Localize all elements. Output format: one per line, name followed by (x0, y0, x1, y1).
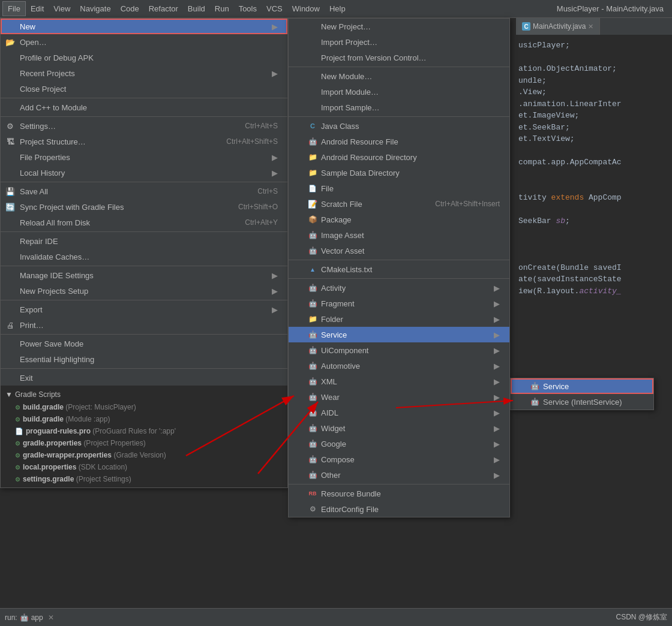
new-widget[interactable]: 🤖 Widget ▶ (289, 420, 509, 436)
android-resource-file[interactable]: 🤖 Android Resource File (289, 134, 509, 149)
menu-essential-highlighting[interactable]: Essential Highlighting (1, 351, 287, 367)
menu-refactor[interactable]: Refactor (144, 2, 183, 16)
new-xml[interactable]: 🤖 XML ▶ (289, 374, 509, 389)
menu-help[interactable]: Help (325, 2, 350, 16)
service-icon: 🤖 (308, 330, 317, 339)
code-line: onCreate(Bundle savedI (518, 262, 670, 274)
menu-sync-gradle[interactable]: 🔄 Sync Project with Gradle Files Ctrl+Sh… (1, 199, 287, 215)
android-resource-dir[interactable]: 📁 Android Resource Directory (289, 149, 509, 165)
activity-label: Activity (321, 284, 346, 293)
gradle-item-build-app[interactable]: ⚙ build.gradle (Module :app) (1, 413, 287, 425)
compose-icon: 🤖 (308, 455, 317, 464)
menu-repair-ide[interactable]: Repair IDE (1, 233, 287, 249)
new-module[interactable]: New Module… (289, 68, 509, 84)
menu-settings[interactable]: ⚙ Settings… Ctrl+Alt+S (1, 118, 287, 134)
menu-power-save[interactable]: Power Save Mode (1, 336, 287, 351)
compose-arrow: ▶ (494, 455, 500, 464)
resource-bundle[interactable]: RB Resource Bundle (289, 486, 509, 501)
new-fragment[interactable]: 🤖 Fragment ▶ (289, 296, 509, 311)
service-intentservice[interactable]: 🤖 Service (IntentService) (511, 394, 653, 410)
menu-open[interactable]: 📂 Open… (1, 34, 287, 50)
gradle-item-build-project[interactable]: ⚙ build.gradle (Project: MusicPlayer) (1, 401, 287, 413)
menu-local-history[interactable]: Local History ▶ (1, 165, 287, 180)
print-icon: 🖨 (5, 320, 15, 330)
separator-3 (1, 182, 287, 182)
service-option[interactable]: 🤖 Service (511, 378, 653, 394)
menu-close-project[interactable]: Close Project (1, 81, 287, 97)
gradle-item-settings[interactable]: ⚙ settings.gradle (Project Settings) (1, 473, 287, 485)
new-uicomponent[interactable]: 🤖 UiComponent ▶ (289, 342, 509, 358)
java-class[interactable]: C Java Class (289, 118, 509, 134)
new-package[interactable]: 📦 Package (289, 212, 509, 227)
tab-close-button[interactable]: ✕ (588, 23, 593, 31)
new-other[interactable]: 🤖 Other ▶ (289, 467, 509, 483)
menu-profile-debug[interactable]: Profile or Debug APK (1, 50, 287, 65)
vector-asset[interactable]: 🤖 Vector Asset (289, 243, 509, 258)
menu-reload-disk[interactable]: Reload All from Disk Ctrl+Alt+Y (1, 215, 287, 230)
new-google[interactable]: 🤖 Google ▶ (289, 436, 509, 452)
sync-icon: 🔄 (5, 202, 15, 212)
menu-navigate[interactable]: Navigate (75, 2, 115, 16)
sample-data-dir[interactable]: 📁 Sample Data Directory (289, 165, 509, 180)
menu-file[interactable]: File (2, 1, 26, 16)
import-module[interactable]: Import Module… (289, 84, 509, 100)
new-wear[interactable]: 🤖 Wear ▶ (289, 389, 509, 405)
new-project[interactable]: New Project… (289, 19, 509, 34)
manage-ide-label: Manage IDE Settings (20, 271, 272, 280)
code-line (518, 52, 670, 64)
image-asset[interactable]: 🤖 Image Asset (289, 227, 509, 243)
project-from-vcs-label: Project from Version Control… (321, 53, 427, 62)
menu-print[interactable]: 🖨 Print… (1, 317, 287, 333)
new-folder[interactable]: 📁 Folder ▶ (289, 311, 509, 327)
new-automotive[interactable]: 🤖 Automotive ▶ (289, 358, 509, 374)
menu-export[interactable]: Export ▶ (1, 302, 287, 317)
menu-save-all[interactable]: 💾 Save All Ctrl+S (1, 183, 287, 199)
menu-new[interactable]: New ▶ (1, 19, 287, 34)
menu-invalidate-caches[interactable]: Invalidate Caches… (1, 249, 287, 264)
new-aidl[interactable]: 🤖 AIDL ▶ (289, 405, 509, 420)
menu-recent-projects[interactable]: Recent Projects ▶ (1, 65, 287, 81)
settings-icon: ⚙ (5, 121, 15, 131)
new-file[interactable]: 📄 File (289, 180, 509, 196)
automotive-arrow: ▶ (494, 362, 500, 371)
scratch-file-label: Scratch File (321, 200, 362, 209)
cmake-lists[interactable]: ▲ CMakeLists.txt (289, 261, 509, 277)
gradle-item-gradle-props[interactable]: ⚙ gradle.properties (Project Properties) (1, 437, 287, 449)
app-label[interactable]: app (31, 613, 43, 622)
menu-file-properties[interactable]: File Properties ▶ (1, 149, 287, 165)
menu-add-cpp[interactable]: Add C++ to Module (1, 100, 287, 115)
gradle-item-gradle-wrapper[interactable]: ⚙ gradle-wrapper.properties (Gradle Vers… (1, 449, 287, 461)
import-sample[interactable]: Import Sample… (289, 100, 509, 115)
menu-exit[interactable]: Exit (1, 370, 287, 386)
run-close-icon[interactable]: ✕ (48, 613, 54, 622)
editorconfig-file[interactable]: ⚙ EditorConfig File (289, 501, 509, 517)
menu-window[interactable]: Window (287, 2, 325, 16)
profile-label: Profile or Debug APK (20, 53, 278, 62)
new-file-icon: 📄 (308, 183, 317, 193)
gradle-item-local-props[interactable]: ⚙ local.properties (SDK Location) (1, 461, 287, 473)
menu-new-projects-setup[interactable]: New Projects Setup ▶ (1, 283, 287, 299)
menu-code[interactable]: Code (116, 2, 144, 16)
import-sample-icon (308, 103, 317, 112)
editorconfig-icon: ⚙ (308, 504, 317, 514)
import-project[interactable]: Import Project… (289, 34, 509, 50)
manage-ide-arrow: ▶ (272, 271, 278, 280)
project-from-vcs[interactable]: Project from Version Control… (289, 50, 509, 65)
new-compose[interactable]: 🤖 Compose ▶ (289, 452, 509, 467)
separator-4 (1, 231, 287, 232)
menu-manage-ide[interactable]: Manage IDE Settings ▶ (1, 267, 287, 283)
menu-tools[interactable]: Tools (234, 2, 262, 16)
menu-vcs[interactable]: VCS (262, 2, 287, 16)
menu-build[interactable]: Build (183, 2, 210, 16)
menu-project-structure[interactable]: 🏗 Project Structure… Ctrl+Alt+Shift+S (1, 134, 287, 149)
new-service[interactable]: 🤖 Service ▶ (289, 327, 509, 342)
gradle-item-proguard[interactable]: 📄 proguard-rules.pro (ProGuard Rules for… (1, 425, 287, 437)
save-all-label: Save All (20, 187, 257, 196)
editor-tab-main[interactable]: C MainActivity.java ✕ (516, 18, 600, 35)
menu-edit[interactable]: Edit (26, 2, 49, 16)
new-activity[interactable]: 🤖 Activity ▶ (289, 280, 509, 296)
code-line: SeekBar sb; (518, 215, 670, 227)
scratch-file[interactable]: 📝 Scratch File Ctrl+Alt+Shift+Insert (289, 196, 509, 212)
menu-run[interactable]: Run (210, 2, 234, 16)
menu-view[interactable]: View (49, 2, 75, 16)
